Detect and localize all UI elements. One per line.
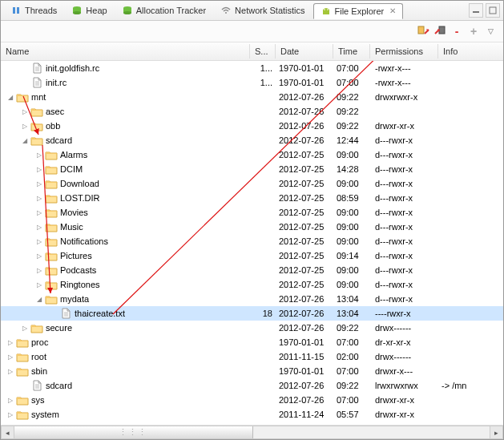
tree-toggle[interactable]: ◢ [6,93,14,102]
header-date[interactable]: Date [276,44,333,59]
file-icon [30,63,43,74]
ide-panel: Threads Heap Allocation Tracker Network … [0,0,504,440]
svg-rect-14 [439,26,445,34]
tree-row[interactable]: ▷Pictures2012-07-2509:14d---rwxr-x [1,248,503,263]
tab-network[interactable]: Network Statistics [214,3,311,18]
folder-icon [45,250,58,261]
tree-row[interactable]: ▷Movies2012-07-2509:00d---rwxr-x [1,205,503,220]
tab-tail [469,3,500,18]
cell-time: 09:22 [333,121,370,131]
folder-icon [16,351,29,362]
cell-date: 2012-07-26 [276,135,333,145]
tree-toggle [20,79,29,87]
tree-toggle[interactable]: ▷ [6,367,14,376]
tree-row[interactable]: ▷LOST.DIR2012-07-2508:59d---rwxr-x [1,191,503,205]
tree-row[interactable]: ▷root2011-11-1502:00drwx------ [1,349,503,364]
tree-toggle[interactable]: ▷ [20,324,29,333]
tree-row[interactable]: ▷Notifications2012-07-2509:00d---rwxr-x [1,234,503,248]
tab-bar: Threads Heap Allocation Tracker Network … [1,1,503,21]
minimize-view-button[interactable] [469,3,483,18]
tree-toggle[interactable]: ▷ [34,151,43,159]
folder-icon [45,293,58,305]
scroll-left-arrow[interactable]: ◂ [1,426,14,439]
tab-file-explorer[interactable]: File Explorer ✕ [313,3,404,19]
tree-row[interactable]: sdcard2012-07-2609:22lrwxrwxrwx-> /mn [1,378,503,393]
tree-toggle[interactable]: ▷ [6,396,14,405]
tree-toggle[interactable]: ▷ [34,194,43,203]
tree-row[interactable]: ▷Music2012-07-2509:00d---rwxr-x [1,220,503,234]
tree-row[interactable]: ▷obb2012-07-2609:22drwxr-xr-x [1,119,503,133]
tree-row[interactable]: init.goldfish.rc1...1970-01-0107:00-rwxr… [1,61,503,75]
tree-toggle [20,381,29,390]
header-info[interactable]: Info [438,44,503,59]
tab-allocation[interactable]: Allocation Tracker [115,3,212,18]
tree-row[interactable]: ▷Podcasts2012-07-2509:00d---rwxr-x [1,263,503,277]
tab-heap[interactable]: Heap [65,3,113,18]
tree-row[interactable]: ▷system2011-11-2405:57drwxr-xr-x [1,407,503,422]
tree-row[interactable]: ▷proc1970-01-0107:00dr-xr-xr-x [1,335,503,349]
cell-time: 13:04 [333,294,370,304]
folder-icon [45,221,58,232]
tree-row[interactable]: ▷DCIM2012-07-2514:28d---rwxr-x [1,162,503,176]
view-menu-chevron-icon[interactable]: ▽ [484,25,497,38]
tab-label: Allocation Tracker [136,6,206,15]
tree-toggle[interactable]: ▷ [6,353,14,361]
tree-row[interactable]: ▷secure2012-07-2609:22drwx------ [1,321,503,335]
tree-row[interactable]: ▷sys2012-07-2607:00drwxr-xr-x [1,393,503,407]
item-name: Music [60,222,83,232]
tree-toggle[interactable]: ▷ [34,281,43,289]
tree-row[interactable]: thaicreate.txt182012-07-2613:04----rwxr-… [1,306,503,321]
tree-toggle[interactable]: ▷ [34,180,43,188]
tree-toggle[interactable]: ▷ [20,122,29,131]
header-permissions[interactable]: Permissions [370,44,438,59]
tree-toggle[interactable]: ▷ [34,266,43,275]
item-name: sbin [31,366,47,376]
tree-row[interactable]: ◢sdcard2012-07-2612:44d---rwxr-x [1,133,503,147]
scroll-right-arrow[interactable]: ▸ [490,426,503,439]
close-icon[interactable]: ✕ [389,6,396,15]
header-name[interactable]: Name [1,44,250,59]
tree-row[interactable]: ▷Ringtones2012-07-2509:00d---rwxr-x [1,277,503,292]
tree-toggle[interactable]: ▷ [6,338,14,347]
threads-icon [10,5,22,16]
file-tree-rows[interactable]: init.goldfish.rc1...1970-01-0107:00-rwxr… [1,61,503,425]
header-time[interactable]: Time [333,44,370,59]
tree-row[interactable]: ▷sbin1970-01-0107:00drwxr-x--- [1,364,503,378]
svg-point-7 [123,11,131,14]
tree-row[interactable]: ▷Alarms2012-07-2509:00d---rwxr-x [1,147,503,162]
tree-toggle[interactable]: ▷ [34,252,43,260]
folder-icon [45,178,58,189]
tree-toggle[interactable]: ◢ [20,136,29,145]
add-button[interactable]: + [467,25,480,38]
header-size[interactable]: S... [250,44,276,59]
tree-row[interactable]: init.rc1...1970-01-0107:00-rwxr-x--- [1,75,503,90]
tree-toggle[interactable]: ▷ [20,107,29,116]
item-name: LOST.DIR [60,193,100,203]
tree-toggle[interactable]: ▷ [34,223,43,232]
tree-toggle[interactable]: ▷ [34,208,43,217]
scroll-thumb[interactable]: ⋮⋮⋮ [14,426,253,438]
cell-perm: drwxr-xr-x [370,395,438,405]
tree-row[interactable]: ◢mnt2012-07-2609:22drwxrwxr-x [1,90,503,104]
cell-perm: drwxr-xr-x [370,410,438,419]
cell-date: 2012-07-26 [276,309,333,318]
item-name: Podcasts [60,265,96,275]
tree-toggle[interactable]: ◢ [34,295,43,304]
tree-toggle[interactable]: ▷ [34,237,43,246]
maximize-view-button[interactable] [486,3,500,18]
tree-row[interactable]: ◢mydata2012-07-2613:04d---rwxr-x [1,292,503,306]
scroll-track[interactable]: ⋮⋮⋮ [14,426,490,439]
tree-row[interactable]: ▷Download2012-07-2509:00d---rwxr-x [1,176,503,191]
push-file-icon[interactable] [433,25,446,38]
cell-time: 09:00 [333,208,370,217]
svg-point-9 [324,9,325,10]
horizontal-scrollbar[interactable]: ◂ ⋮⋮⋮ ▸ [1,425,503,439]
cell-date: 2012-07-25 [276,280,333,289]
tree-toggle[interactable]: ▷ [6,410,14,419]
tree-toggle[interactable]: ▷ [34,165,43,174]
tab-threads[interactable]: Threads [4,3,63,18]
tree-row[interactable]: ▷asec2012-07-2609:22 [1,104,503,119]
delete-button[interactable]: - [450,25,463,38]
cell-size: 18 [250,309,276,318]
pull-file-icon[interactable] [417,25,429,38]
